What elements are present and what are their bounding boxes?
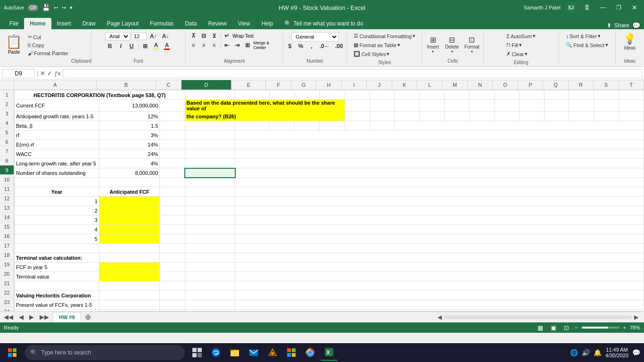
col-header-o[interactable]: O	[493, 80, 518, 90]
tab-home[interactable]: Home	[24, 18, 51, 29]
row-4[interactable]: 4	[0, 118, 14, 128]
cell-b2[interactable]: 13,000,000	[99, 100, 159, 112]
h-scrollbar[interactable]	[444, 315, 632, 319]
cell-c24[interactable]	[160, 310, 185, 312]
col-header-s[interactable]: S	[594, 80, 619, 90]
cell-a21[interactable]	[15, 281, 99, 291]
italic-btn[interactable]: I	[116, 42, 125, 50]
cell-b6[interactable]: 14%	[99, 140, 159, 149]
align-top-btn[interactable]: ⊼	[189, 32, 198, 40]
col-header-t[interactable]: T	[619, 80, 644, 90]
cell-a4[interactable]: Beta, β	[15, 121, 99, 131]
col-header-a[interactable]: A	[14, 80, 97, 90]
zoom-in-btn[interactable]: +	[623, 325, 626, 330]
font-size-input[interactable]	[132, 33, 147, 40]
cell-c2[interactable]	[160, 100, 185, 112]
cell-i2[interactable]	[345, 100, 370, 112]
ideas-btn[interactable]: 💡 Ideas	[618, 32, 642, 51]
cell-b11[interactable]: Anticipated FCF	[99, 187, 159, 197]
cell-d6[interactable]	[185, 140, 235, 149]
add-sheet-btn[interactable]: ⊕	[83, 313, 93, 321]
col-header-k[interactable]: K	[392, 80, 417, 90]
decrease-decimal-btn[interactable]: .0←	[318, 42, 332, 50]
cell-c23[interactable]	[160, 300, 185, 310]
col-header-e[interactable]: E	[231, 80, 266, 90]
cell-c4[interactable]	[160, 121, 185, 131]
increase-decimal-btn[interactable]: .00	[333, 42, 345, 50]
cell-a20[interactable]: Terminal value	[15, 272, 99, 281]
cell-a9[interactable]: Number of shares outstanding	[15, 168, 99, 178]
normal-view-btn[interactable]: ▦	[536, 324, 545, 332]
decrease-indent-btn[interactable]: ⇤	[222, 41, 231, 49]
cell-a19[interactable]: FCF in year 5	[15, 263, 99, 272]
cell-r1[interactable]	[569, 90, 594, 100]
merge-center-btn[interactable]: ⊞	[243, 41, 252, 49]
cell-b22[interactable]	[99, 291, 159, 300]
row-15[interactable]: 15	[0, 222, 14, 231]
sheet-nav-right[interactable]: ▶	[27, 313, 36, 321]
cell-d12[interactable]	[185, 197, 235, 206]
scroll-left-btn[interactable]: ▶	[634, 314, 638, 321]
cell-c7[interactable]	[160, 149, 185, 159]
cell-b19[interactable]	[99, 263, 159, 272]
col-header-n[interactable]: N	[468, 80, 493, 90]
cell-d21[interactable]	[185, 281, 235, 291]
align-center-btn[interactable]: ≡	[199, 41, 208, 49]
cell-t1[interactable]	[619, 90, 644, 100]
restore-btn[interactable]: ❐	[613, 3, 624, 12]
paste-button[interactable]: 📋 Paste	[3, 32, 25, 64]
find-select-btn[interactable]: 🔍 Find & Select ▾	[564, 41, 610, 49]
cell-a14[interactable]: 3	[15, 215, 99, 225]
cell-b13[interactable]	[99, 206, 159, 215]
cell-k2[interactable]	[395, 100, 420, 112]
cell-a17[interactable]	[15, 244, 99, 253]
quick-save-icon[interactable]: 💾	[42, 4, 50, 11]
col-header-c[interactable]: C	[156, 80, 181, 90]
wrap-text-btn[interactable]: ↵	[222, 32, 231, 40]
align-middle-btn[interactable]: ⊟	[199, 32, 208, 40]
cell-l3[interactable]	[420, 112, 445, 121]
cell-j2[interactable]	[370, 100, 395, 112]
cell-l1[interactable]	[420, 90, 445, 100]
cell-d3[interactable]: the company? (B26)	[185, 112, 345, 121]
page-layout-view-btn[interactable]: ▣	[549, 324, 558, 332]
tab-file[interactable]: File	[4, 18, 24, 29]
close-btn[interactable]: ✕	[629, 3, 640, 12]
cell-b20[interactable]	[99, 272, 159, 281]
cell-a2[interactable]: Current FCF	[15, 100, 99, 112]
row-18[interactable]: 18	[0, 250, 14, 260]
tab-view[interactable]: View	[232, 18, 256, 29]
cell-d22[interactable]	[185, 291, 235, 300]
cell-f4[interactable]	[269, 121, 294, 131]
sheet-nav-prev[interactable]: ◀◀	[2, 313, 15, 321]
cell-b3[interactable]: 12%	[99, 112, 159, 121]
cell-o3[interactable]	[494, 112, 519, 121]
align-left-btn[interactable]: ≡	[189, 41, 198, 49]
cell-d13[interactable]	[185, 206, 235, 215]
edge-btn[interactable]	[207, 344, 224, 361]
currency-btn[interactable]: $	[285, 42, 295, 50]
ribbon-display-btn[interactable]: 🎛	[581, 3, 593, 12]
cell-c15[interactable]	[160, 225, 185, 234]
comments-btn[interactable]: 💬	[632, 22, 640, 29]
cell-m2[interactable]	[445, 100, 470, 112]
cell-r2[interactable]	[569, 100, 594, 112]
row-12[interactable]: 12	[0, 194, 14, 203]
align-bottom-btn[interactable]: ⊻	[209, 32, 219, 40]
cell-d20[interactable]	[185, 272, 235, 281]
format-btn[interactable]: ⊡ Format ▾	[462, 34, 481, 55]
cell-b17[interactable]	[99, 244, 159, 253]
sheet-tab-hw9[interactable]: HW #9	[53, 312, 81, 322]
row-22[interactable]: 22	[0, 288, 14, 297]
cell-l2[interactable]	[420, 100, 445, 112]
cell-q2[interactable]	[544, 100, 569, 112]
cell-c20[interactable]	[160, 272, 185, 281]
cell-o2[interactable]	[494, 100, 519, 112]
cell-f1[interactable]	[269, 90, 294, 100]
cell-b16[interactable]	[99, 234, 159, 244]
clear-btn[interactable]: ✗ Clear ▾	[504, 50, 529, 58]
row-3[interactable]: 3	[0, 109, 14, 118]
cell-b15[interactable]	[99, 225, 159, 234]
cell-b21[interactable]	[99, 281, 159, 291]
row-11[interactable]: 11	[0, 184, 14, 194]
